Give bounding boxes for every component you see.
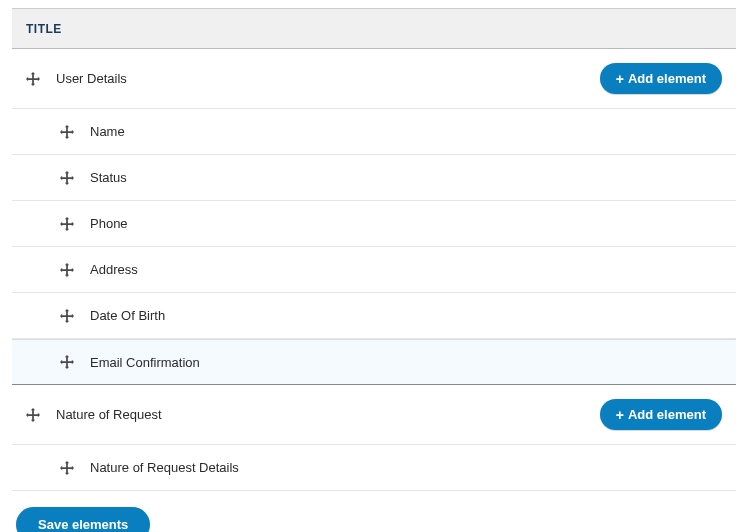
column-title: TITLE bbox=[26, 22, 62, 36]
save-elements-button[interactable]: Save elements bbox=[16, 507, 150, 532]
element-label: Status bbox=[90, 170, 722, 185]
add-element-label: Add element bbox=[628, 71, 706, 86]
element-row-dob[interactable]: Date Of Birth bbox=[12, 293, 736, 339]
element-row-phone[interactable]: Phone bbox=[12, 201, 736, 247]
move-icon[interactable] bbox=[26, 72, 40, 86]
element-label: Email Confirmation bbox=[90, 355, 722, 370]
element-row-address[interactable]: Address bbox=[12, 247, 736, 293]
element-label: Date Of Birth bbox=[90, 308, 722, 323]
add-element-button[interactable]: + Add element bbox=[600, 399, 722, 430]
move-icon[interactable] bbox=[60, 125, 74, 139]
plus-icon: + bbox=[616, 408, 624, 422]
section-label: User Details bbox=[56, 71, 600, 86]
element-label: Address bbox=[90, 262, 722, 277]
element-row-name[interactable]: Name bbox=[12, 109, 736, 155]
section-row-nature-of-request[interactable]: Nature of Request + Add element bbox=[12, 385, 736, 445]
element-row-email-confirmation[interactable]: Email Confirmation bbox=[12, 339, 736, 385]
footer: Save elements bbox=[12, 491, 736, 532]
add-element-button[interactable]: + Add element bbox=[600, 63, 722, 94]
move-icon[interactable] bbox=[60, 309, 74, 323]
move-icon[interactable] bbox=[26, 408, 40, 422]
element-label: Name bbox=[90, 124, 722, 139]
move-icon[interactable] bbox=[60, 461, 74, 475]
section-row-user-details[interactable]: User Details + Add element bbox=[12, 49, 736, 109]
move-icon[interactable] bbox=[60, 263, 74, 277]
element-label: Phone bbox=[90, 216, 722, 231]
move-icon[interactable] bbox=[60, 217, 74, 231]
add-element-label: Add element bbox=[628, 407, 706, 422]
element-row-status[interactable]: Status bbox=[12, 155, 736, 201]
element-label: Nature of Request Details bbox=[90, 460, 722, 475]
section-label: Nature of Request bbox=[56, 407, 600, 422]
table-header: TITLE bbox=[12, 8, 736, 49]
move-icon[interactable] bbox=[60, 171, 74, 185]
move-icon[interactable] bbox=[60, 355, 74, 369]
plus-icon: + bbox=[616, 72, 624, 86]
element-row-nature-of-request-details[interactable]: Nature of Request Details bbox=[12, 445, 736, 491]
